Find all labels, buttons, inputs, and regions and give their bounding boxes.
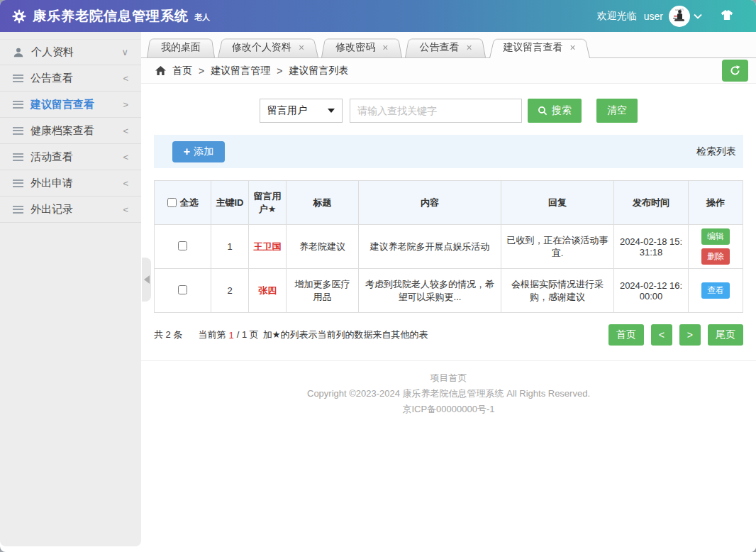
next-page-button[interactable]: > (679, 324, 701, 346)
tab-suggestions-active[interactable]: 建议留言查看 × (489, 37, 590, 58)
edit-button[interactable]: 编辑 (701, 228, 730, 245)
refresh-icon (729, 65, 741, 77)
cell-reply: 已收到，正在洽谈活动事宜. (501, 225, 614, 269)
breadcrumb-separator: > (277, 65, 282, 77)
sidebar-item-label: 活动查看 (30, 150, 73, 164)
header-select-all: 全选 (155, 181, 211, 225)
user-avatar[interactable]: 好好学习 (669, 6, 690, 27)
menu-icon (13, 153, 23, 161)
header-actions: 操作 (689, 181, 743, 225)
search-icon (538, 106, 547, 116)
welcome-text: 欢迎光临 (597, 10, 637, 23)
sidebar: 个人资料 ∨ 公告查看 < 建议留言查看 > 健康档案查看 < 活动查看 (0, 32, 141, 546)
home-icon (155, 66, 166, 75)
last-page-button[interactable]: 尾页 (708, 324, 743, 346)
footer-copyright: Copyright ©2023-2024 康乐养老院信息管理系统 All Rig… (141, 386, 756, 402)
current-page-number: 1 (228, 330, 233, 341)
sidebar-item-announcements[interactable]: 公告查看 < (0, 65, 141, 92)
close-icon[interactable]: × (382, 43, 388, 53)
table-row: 1 王卫国 养老院建议 建议养老院多开展点娱乐活动 已收到，正在洽谈活动事宜. … (155, 225, 743, 269)
close-icon[interactable]: × (299, 43, 304, 53)
tab-change-password[interactable]: 修改密码 × (321, 37, 402, 57)
cell-title: 增加更多医疗用品 (287, 269, 359, 313)
header-user: 留言用户★ (249, 181, 287, 225)
sidebar-item-outing-records[interactable]: 外出记录 < (0, 197, 141, 223)
triangle-left-icon (144, 275, 150, 284)
data-table-wrap: 全选 主键ID 留言用户★ 标题 内容 回复 发布时间 操作 (154, 180, 743, 313)
search-field-select[interactable]: 留言用户 (260, 99, 343, 123)
cell-actions: 编辑 删除 (689, 225, 743, 269)
menu-icon (13, 127, 23, 135)
header-content: 内容 (359, 181, 501, 225)
sidebar-item-label: 外出申请 (30, 177, 73, 190)
row-checkbox[interactable] (178, 285, 187, 294)
chevron-down-icon[interactable] (694, 13, 702, 19)
header-title: 标题 (287, 181, 359, 225)
total-count-text: 共 2 条 (154, 329, 182, 341)
search-button-label: 搜索 (552, 104, 572, 117)
cell-time: 2024-02-18 15:31:18 (614, 225, 689, 269)
menu-icon (13, 74, 23, 82)
cell-content: 建议养老院多开展点娱乐活动 (359, 225, 501, 269)
breadcrumb-current: 建议留言列表 (289, 65, 348, 77)
tab-edit-profile[interactable]: 修改个人资料 × (218, 37, 318, 57)
sidebar-item-health-records[interactable]: 健康档案查看 < (0, 118, 141, 144)
chevron-down-icon (328, 109, 335, 113)
sidebar-item-profile[interactable]: 个人资料 ∨ (0, 39, 141, 65)
app-title-suffix: 老人 (194, 12, 210, 23)
add-button[interactable]: + 添加 (172, 141, 225, 162)
sidebar-item-label: 公告查看 (30, 72, 73, 85)
search-input[interactable] (350, 99, 522, 123)
current-page-prefix: 当前第 (198, 329, 226, 341)
tab-announcements[interactable]: 公告查看 × (405, 37, 486, 57)
refresh-button[interactable] (722, 60, 748, 82)
sidebar-item-outing-apply[interactable]: 外出申请 < (0, 170, 141, 197)
select-all-checkbox[interactable] (167, 198, 177, 207)
tab-my-desktop[interactable]: 我的桌面 (147, 37, 215, 57)
footer-icp: 京ICP备00000000号-1 (141, 402, 756, 417)
theme-tshirt-icon[interactable] (719, 10, 735, 23)
tab-label: 我的桌面 (161, 41, 201, 54)
delete-button[interactable]: 删除 (701, 248, 730, 265)
app-window: 康乐养老院信息管理系统 老人 欢迎光临 user 好好学习 (0, 0, 756, 552)
sidebar-collapse-handle[interactable] (142, 258, 151, 302)
cell-checkbox (155, 269, 211, 313)
footer-project-link[interactable]: 项目首页 (141, 370, 756, 386)
sidebar-item-activities[interactable]: 活动查看 < (0, 144, 141, 170)
row-checkbox[interactable] (178, 241, 187, 250)
gear-icon (11, 9, 27, 24)
close-icon[interactable]: × (570, 43, 576, 53)
prev-page-button[interactable]: < (651, 324, 672, 346)
sidebar-item-label: 健康档案查看 (30, 124, 94, 138)
tab-label: 公告查看 (419, 41, 459, 54)
menu-icon (13, 206, 23, 214)
breadcrumb-section[interactable]: 建议留言管理 (211, 65, 270, 77)
person-icon (13, 47, 24, 58)
search-button[interactable]: 搜索 (528, 99, 582, 123)
page-total-text: / 1 页 (237, 329, 259, 341)
header-reply: 回复 (501, 181, 614, 225)
cell-user: 张四 (249, 269, 287, 313)
clear-button[interactable]: 清空 (596, 99, 638, 123)
breadcrumb-home[interactable]: 首页 (172, 65, 192, 77)
sidebar-item-suggestions[interactable]: 建议留言查看 > (0, 92, 141, 118)
header-id: 主键ID (211, 181, 249, 225)
table-header-row: 全选 主键ID 留言用户★ 标题 内容 回复 发布时间 操作 (155, 181, 743, 225)
svg-text:好好学习: 好好学习 (675, 8, 684, 11)
close-icon[interactable]: × (466, 43, 472, 53)
view-button[interactable]: 查看 (701, 282, 730, 299)
table-row: 2 张四 增加更多医疗用品 考虑到我院老人较多的情况，希望可以采购更... 会根… (155, 269, 743, 313)
tab-label: 建议留言查看 (504, 41, 563, 54)
chevron-left-icon: < (123, 178, 128, 189)
chevron-left-icon: < (123, 204, 128, 215)
cell-reply: 会根据实际情况进行采购，感谢建议 (501, 269, 614, 313)
cell-time: 2024-02-12 16:00:00 (614, 269, 689, 313)
sidebar-item-label: 外出记录 (30, 203, 73, 216)
first-page-button[interactable]: 首页 (608, 324, 644, 346)
menu-icon (13, 101, 23, 109)
tab-bar: 我的桌面 修改个人资料 × 修改密码 × 公告查看 × 建议留言查看 × (141, 32, 756, 58)
chevron-right-icon: > (123, 99, 128, 110)
panel-title: 检索列表 (696, 145, 736, 158)
username-text: user (644, 11, 663, 22)
selected-field-label: 留言用户 (267, 104, 307, 117)
